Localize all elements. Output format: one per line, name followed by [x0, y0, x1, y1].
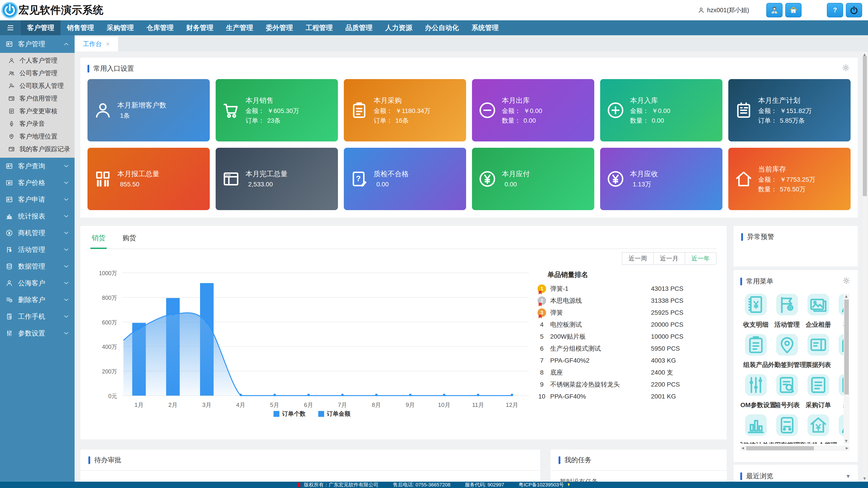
sidebar-group[interactable]: 工作手机 [0, 308, 74, 325]
ranking-row[interactable]: 2 本思电源线 31338 PCS [533, 295, 717, 306]
scrollbar-thumb[interactable] [746, 446, 814, 450]
menu-shortcut[interactable]: 采购统计总表 [740, 414, 772, 444]
sidebar-subitem[interactable]: 客户地理位置 [0, 130, 74, 143]
time-filter-button[interactable]: 近一周 [622, 252, 654, 265]
time-filter-button[interactable]: 近一月 [654, 252, 685, 265]
nav-item[interactable]: 采购管理 [100, 20, 140, 35]
ranking-row[interactable]: 10 PPA-GF40% 2001 KG [533, 390, 717, 402]
menu-shortcut[interactable]: 商业机会管理 [803, 414, 834, 444]
menu-shortcut[interactable]: 企业相册 [803, 294, 834, 329]
nav-item[interactable]: 品质管理 [339, 20, 379, 35]
menu-shortcut[interactable]: 收支明细 [740, 294, 772, 329]
sidebar-group[interactable]: 统计报表 [0, 208, 74, 225]
stat-card[interactable]: 本月出库 金额：￥0.00数量：0.00 [472, 79, 594, 141]
stat-card[interactable]: ? 质检不合格 0.00 [344, 148, 466, 210]
logout-button[interactable] [846, 3, 862, 18]
vertical-scrollbar[interactable]: ▲ ▼ [844, 294, 849, 444]
stat-card[interactable]: 本月生产计划 金额：￥151.82万订单：5.85万条 [728, 79, 850, 141]
stat-card[interactable]: 本月入库 金额：￥0.00数量：0.00 [600, 79, 722, 141]
sidebar-group-customer-mgmt[interactable]: 客户管理 [0, 35, 74, 53]
chevron-down-icon [63, 213, 70, 220]
ranking-row[interactable]: 9 不锈钢菜盆冷热旋转龙头 2200 PCS [533, 379, 717, 390]
time-filter-button[interactable]: 近一年 [685, 252, 717, 265]
sidebar-group[interactable]: 删除客户 [0, 291, 74, 308]
sidebar-group[interactable]: 商机管理 [0, 225, 74, 241]
menu-shortcut[interactable]: 采购订单 [803, 374, 834, 410]
horizontal-scrollbar[interactable]: ◀ ▶ [740, 446, 849, 451]
ranking-row[interactable]: 6 生产分组模式测试 5950 PCS [533, 343, 717, 355]
group-label: 客户价格 [18, 178, 45, 188]
current-user[interactable]: hzx001(郑小姐) [698, 6, 749, 14]
ranking-row[interactable]: 5 200W贴片板 10000 PCS [533, 330, 717, 343]
tab-workbench[interactable]: 工作台 × [74, 37, 118, 52]
ranking-row[interactable]: 3 弹簧 25925 PCS [533, 306, 717, 319]
menu-shortcut[interactable]: 活动管理 [772, 294, 803, 329]
nav-item[interactable]: 仓库管理 [140, 20, 180, 35]
nav-item[interactable]: 系统管理 [465, 20, 505, 35]
sidebar-group[interactable]: 公海客户 [0, 275, 74, 291]
page-scrollbar[interactable]: ▲ ▼ [862, 53, 867, 481]
icp-number[interactable]: 粤ICP备10239503号 [519, 482, 564, 488]
sidebar-subitem[interactable]: 公司联系人管理 [0, 79, 74, 92]
menu-shortcut[interactable]: 票据列表 [803, 334, 834, 369]
menu-shortcut[interactable]: BOM参数设置 [740, 374, 772, 410]
collapse-icon[interactable]: ▼ [846, 474, 850, 479]
menu-shortcut[interactable]: 箱号列表 [772, 374, 803, 410]
gear-icon[interactable] [842, 64, 850, 72]
stat-card[interactable]: 本月采购 金额：￥1180.34万订单：16条 [344, 79, 466, 141]
nav-item[interactable]: 办公自动化 [418, 20, 465, 35]
sidebar-subitem[interactable]: 客户信用管理 [0, 92, 74, 105]
ranking-row[interactable]: 1 弹簧-1 43013 PCS [533, 283, 717, 295]
rank-index: 9 [533, 381, 550, 388]
gridline [122, 322, 529, 322]
nav-item[interactable]: 人力资源 [379, 20, 418, 35]
ranking-row[interactable]: 4 电控板测试 20000 PCS [533, 319, 717, 330]
chart-tab[interactable]: 销货 [90, 233, 107, 249]
sidebar-group[interactable]: 客户申请 [0, 191, 74, 208]
profile-button[interactable] [766, 3, 782, 18]
home-button[interactable] [785, 3, 802, 18]
gear-icon[interactable] [842, 276, 850, 285]
nav-item[interactable]: 销售管理 [61, 20, 100, 35]
sidebar-subitem[interactable]: 客户变更审核 [0, 105, 74, 118]
stat-card[interactable]: 本月销售 金额：￥605.30万订单：23条 [216, 79, 338, 141]
menu-shortcut[interactable]: 用车管理 [772, 414, 803, 444]
accent-bar [741, 233, 743, 241]
legend-item[interactable]: 订单金额 [318, 410, 350, 418]
chart-tab[interactable]: 购货 [121, 233, 137, 249]
sidebar-group[interactable]: 活动管理 [0, 241, 74, 258]
nav-item[interactable]: 客户管理 [21, 20, 61, 35]
sidebar-group[interactable]: 客户价格 [0, 174, 74, 191]
nav-item[interactable]: 生产管理 [220, 20, 259, 35]
stat-card[interactable]: 本月报工总量 855.50 [88, 148, 210, 210]
menu-shortcut[interactable]: 组装产品 [740, 334, 772, 369]
sidebar-subitem[interactable]: 我的客户跟踪记录 [0, 143, 74, 156]
sidebar-group[interactable]: 数据管理 [0, 258, 74, 275]
ranking-row[interactable]: 8 底座 2400 支 [533, 366, 717, 379]
ranking-row[interactable]: 7 PPA-GF40%2 4003 KG [533, 355, 717, 366]
legend-item[interactable]: 订单个数 [274, 410, 306, 418]
sidebar-subitem[interactable]: 客户录音 [0, 118, 74, 130]
x-axis-label: 5月 [270, 401, 279, 409]
stat-card[interactable]: 本月新增客户数 1条 [88, 79, 210, 141]
sidebar-subitem[interactable]: 公司客户管理 [0, 67, 74, 79]
help-button[interactable]: ? [827, 3, 843, 18]
collapse-sidebar-button[interactable] [0, 20, 21, 35]
scrollbar-thumb[interactable] [844, 300, 849, 394]
stat-card[interactable]: 本月完工总量 2,533.00 [216, 148, 338, 210]
stat-card[interactable]: 当前库存 金额：￥7753.25万数量：576.50万 [728, 148, 850, 210]
scrollbar-thumb[interactable] [863, 56, 867, 196]
sidebar-subitem[interactable]: 个人客户管理 [0, 54, 74, 67]
nav-item[interactable]: 委外管理 [259, 20, 299, 35]
stat-card[interactable]: 本月应付 0.00 [472, 148, 594, 210]
close-icon[interactable]: × [106, 40, 110, 48]
stat-card[interactable]: 本月应收 1.13万 [600, 148, 722, 210]
accent-bar [740, 278, 742, 285]
nav-item[interactable]: 工程管理 [299, 20, 339, 35]
group-label: 客户查询 [18, 162, 45, 171]
sidebar-group[interactable]: 参数设置 [0, 325, 74, 341]
nav-item[interactable]: 财务管理 [180, 20, 220, 35]
menu-shortcut[interactable]: 外勤签到管理 [772, 334, 803, 369]
sidebar-group[interactable]: 客户查询 [0, 158, 74, 174]
subitem-label: 客户信用管理 [20, 94, 57, 103]
